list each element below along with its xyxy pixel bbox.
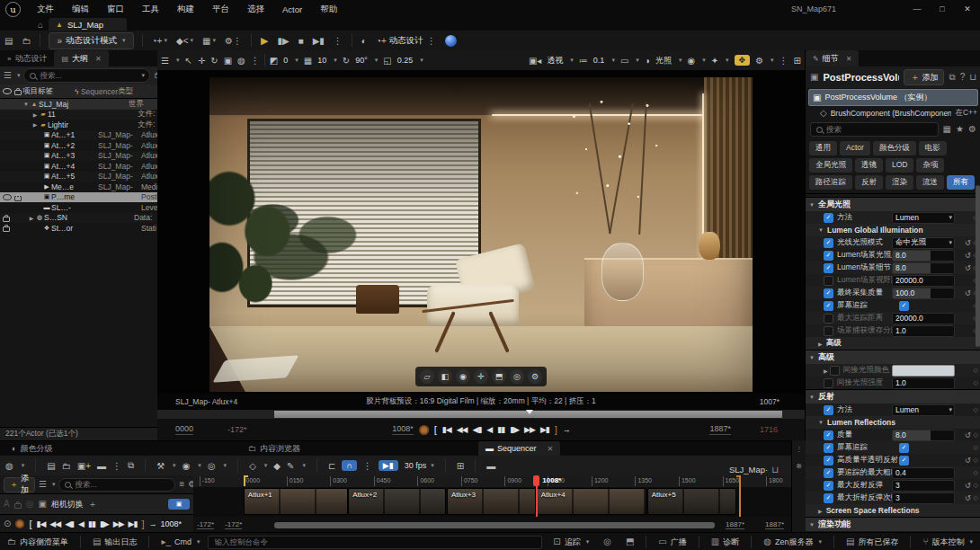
- quad-view-icon[interactable]: ⊞: [794, 56, 801, 66]
- outliner-row-camera[interactable]: ▣ At…+5SLJ_Map-Atlux: [0, 172, 157, 182]
- chip-reflections[interactable]: 反射: [855, 175, 883, 190]
- console-command-input[interactable]: [213, 537, 537, 547]
- content-drawer-button[interactable]: 🗀内容侧滑菜单: [0, 533, 76, 550]
- playback-options-icon[interactable]: ◎: [208, 461, 216, 471]
- add-track-button[interactable]: ＋添加: [4, 477, 35, 492]
- chip-all[interactable]: 所有: [947, 175, 975, 190]
- revision-control-dropdown[interactable]: ⑂版本控制▾: [915, 533, 980, 550]
- property-row[interactable]: ✓质量 8.0 ↺◇: [806, 429, 980, 441]
- property-row[interactable]: ▶间接光照颜色 ◇: [806, 364, 980, 377]
- pilot-active-button[interactable]: ✥: [735, 55, 751, 66]
- property-row[interactable]: ✓方法 Lumen ◇: [806, 404, 980, 416]
- rotate-tool-icon[interactable]: ↻: [210, 56, 218, 66]
- to-front-button[interactable]: ▮◀: [442, 425, 451, 434]
- chip-global-illumination[interactable]: 全局光照: [809, 158, 852, 173]
- menu-build[interactable]: 构建: [168, 0, 203, 18]
- camera-cuts-track[interactable]: A◎ ▣ 相机切换 ＋ ▣: [0, 493, 193, 515]
- filter-icon[interactable]: ☰: [39, 480, 47, 489]
- color-swatch[interactable]: [892, 365, 955, 377]
- property-row[interactable]: ✓屏幕追踪 ✓ ◇: [806, 441, 980, 454]
- curve-editor-icon[interactable]: ⊞: [457, 461, 464, 471]
- outliner-row-camera[interactable]: ▣ At…+1SLJ_Map-Atlux: [0, 130, 157, 141]
- tool-options-icon[interactable]: ⋮: [251, 56, 260, 66]
- property-row[interactable]: ✓Lumen场景细节 8.0 ↺◇: [806, 262, 980, 274]
- console-input[interactable]: [208, 536, 542, 549]
- prev-shot-button[interactable]: ◀◀: [457, 425, 468, 434]
- plugin-sphere-button[interactable]: [441, 32, 461, 49]
- property-row[interactable]: 最大追踪距离 20000.0 ◇: [806, 312, 980, 324]
- cmd-dropdown[interactable]: ▸_Cmd▾: [154, 533, 207, 550]
- timeline-ruler[interactable]: -150 0000 0150 0300 0450 0600 0750 0900 …: [193, 475, 791, 488]
- property-row[interactable]: Lumen场景视野距离 20000.0 ◇: [806, 274, 980, 287]
- favorites-icon[interactable]: ★: [956, 125, 964, 134]
- browse-content-button[interactable]: 🗀: [17, 32, 35, 49]
- curves-icon[interactable]: ≋: [796, 462, 802, 470]
- bracket-in-icon[interactable]: [: [29, 519, 31, 529]
- to-end-button[interactable]: ▶▮: [540, 425, 549, 434]
- blueprints-dropdown[interactable]: ◆<▾: [172, 32, 198, 49]
- crosshair-icon[interactable]: ✛: [474, 369, 488, 384]
- play-reverse-button[interactable]: ◀: [78, 519, 84, 528]
- chip-misc[interactable]: 杂项: [916, 158, 944, 173]
- component-row[interactable]: ◇ BrushComponent (BrushComponent0) 在C++: [806, 106, 980, 120]
- stop-button[interactable]: ■: [294, 32, 308, 49]
- section-rendering-features[interactable]: ▼渲染功能: [806, 517, 980, 531]
- list-view-icon[interactable]: ≡: [179, 480, 184, 489]
- track-search-input[interactable]: [75, 480, 174, 489]
- keyframe-options-icon[interactable]: ◇: [249, 461, 256, 471]
- help-icon[interactable]: ?: [960, 73, 966, 82]
- prev-shot-button[interactable]: ◀◀: [49, 519, 60, 528]
- property-row[interactable]: ✓光线光照模式 命中光照 ↺◇: [806, 236, 980, 249]
- eye-icon[interactable]: [3, 194, 12, 200]
- chip-lens[interactable]: 透镜: [855, 158, 883, 173]
- outliner-row-camera[interactable]: ▣ At…+4SLJ_Map-Atlux: [0, 161, 157, 172]
- sequencer-timeline[interactable]: -150 0000 0150 0300 0450 0600 0750 0900 …: [193, 475, 791, 533]
- track-search[interactable]: [58, 478, 175, 492]
- screenshot-icon[interactable]: ⬒: [619, 533, 641, 550]
- snapshot-icon[interactable]: ▱: [420, 369, 434, 384]
- camera-speed-icon[interactable]: ≔: [579, 56, 588, 66]
- save-sequence-icon[interactable]: ▤: [47, 461, 55, 471]
- camera-icon[interactable]: ◉: [456, 369, 470, 384]
- chip-actor[interactable]: Actor: [840, 141, 870, 155]
- chip-path-tracing[interactable]: 路径追踪: [809, 175, 852, 190]
- auto-key-icon[interactable]: ◆: [273, 461, 281, 471]
- world-space-icon[interactable]: ◍: [237, 56, 245, 66]
- show-flags-icon[interactable]: ◉: [687, 56, 695, 66]
- add-actor-dropdown[interactable]: ◔+▾: [147, 32, 172, 49]
- instance-row[interactable]: ▣ PostProcessVolume （实例）: [808, 89, 978, 106]
- view-options-icon[interactable]: ◉: [183, 461, 191, 471]
- visibility-column-icon[interactable]: [3, 88, 12, 94]
- property-row[interactable]: ✓最终采集质量 100.0 ↺◇: [806, 287, 980, 299]
- details-search[interactable]: [810, 122, 939, 137]
- record-icon[interactable]: [15, 519, 24, 528]
- editor-mode-dropdown[interactable]: » 动态设计模式 ▾: [49, 32, 133, 49]
- details-search-input[interactable]: [826, 125, 938, 134]
- scale-snap-icon[interactable]: ◱: [383, 56, 391, 66]
- next-frame-button[interactable]: ▮▶: [510, 425, 519, 434]
- property-row[interactable]: 场景捕获缓存分辨... 1.0 ◇: [806, 324, 980, 337]
- outliner-row-media[interactable]: ▶ Me…eSLJ_Map-Medi: [0, 182, 157, 192]
- add-key-icon[interactable]: ＋: [88, 500, 97, 509]
- filter-icon[interactable]: ☰: [4, 71, 12, 80]
- tab-design-mode[interactable]: »动态设计: [0, 50, 54, 67]
- property-row[interactable]: 间接光照强度 1.0 ◇: [806, 377, 980, 389]
- fps-dropdown[interactable]: 30 fps▾: [405, 461, 434, 470]
- property-row[interactable]: ✓最大折射反弹次数 3 ↺◇: [806, 492, 980, 504]
- next-shot-button[interactable]: ▶▶: [113, 519, 124, 528]
- save-button[interactable]: ▤: [0, 32, 17, 49]
- reset-icon[interactable]: ↺: [965, 264, 971, 272]
- minimize-button[interactable]: —: [904, 0, 930, 18]
- render-movie-icon[interactable]: ▬: [97, 461, 106, 471]
- actions-icon[interactable]: ⚒: [156, 461, 165, 471]
- bookmark-icon[interactable]: ◧: [438, 369, 452, 384]
- frame-skip-button[interactable]: ▮▶: [272, 32, 293, 49]
- clip-atlux5[interactable]: Atlux+5: [647, 488, 737, 515]
- playback-start-bracket[interactable]: [244, 475, 248, 486]
- play-reverse-button[interactable]: ◀: [486, 425, 492, 434]
- reset-icon[interactable]: ↺: [965, 289, 971, 297]
- maximize-button[interactable]: □: [930, 0, 955, 18]
- clip-atlux3[interactable]: Atlux+3: [447, 488, 536, 515]
- playback-end-bracket[interactable]: [736, 475, 741, 517]
- reset-icon[interactable]: ↺: [965, 494, 971, 502]
